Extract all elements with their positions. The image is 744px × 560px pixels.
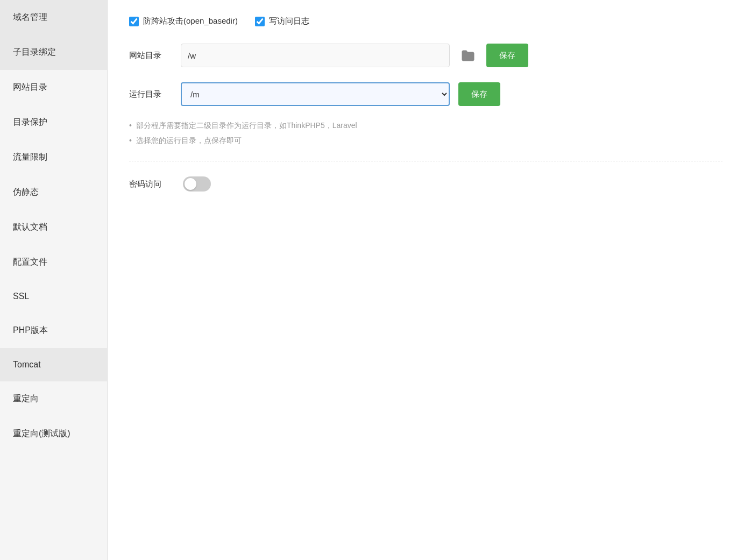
sidebar-item-label: 默认文档 (13, 222, 47, 233)
sidebar-item-sitedir[interactable]: 网站目录 (0, 70, 107, 105)
sidebar-item-domain[interactable]: 域名管理 (0, 0, 107, 35)
tip-bullet-2: • (129, 136, 132, 145)
toggle-slider (183, 176, 211, 192)
sidebar-item-configfile[interactable]: 配置文件 (0, 245, 107, 280)
sidebar-item-redirect-test[interactable]: 重定向(测试版) (0, 416, 107, 451)
sidebar-item-label: Tomcat (13, 360, 41, 370)
anti-csrf-checkbox-label[interactable]: 防跨站攻击(open_basedir) (129, 16, 238, 26)
sidebar-item-label: 网站目录 (13, 82, 47, 93)
password-access-row: 密码访问 (129, 176, 722, 192)
sidebar-item-label: PHP版本 (13, 325, 48, 336)
checkbox-group: 防跨站攻击(open_basedir) 写访问日志 (129, 16, 722, 26)
tip-item-1: • 部分程序需要指定二级目录作为运行目录，如ThinkPHP5，Laravel (129, 121, 722, 131)
site-directory-label: 网站目录 (129, 51, 172, 61)
site-directory-save-button[interactable]: 保存 (486, 44, 528, 67)
tips-section: • 部分程序需要指定二级目录作为运行目录，如ThinkPHP5，Laravel … (129, 121, 722, 146)
sidebar-item-tomcat[interactable]: Tomcat (0, 348, 107, 381)
tip-text-1: 部分程序需要指定二级目录作为运行目录，如ThinkPHP5，Laravel (136, 121, 357, 131)
tip-bullet-1: • (129, 121, 132, 130)
sidebar-item-label: 重定向(测试版) (13, 428, 70, 440)
access-log-checkbox-label[interactable]: 写访问日志 (255, 16, 309, 26)
main-content: 防跨站攻击(open_basedir) 写访问日志 网站目录 保存 运行目录 /… (108, 0, 744, 560)
sidebar-item-label: SSL (13, 292, 29, 301)
sidebar-item-pseudostatic[interactable]: 伪静态 (0, 175, 107, 210)
anti-csrf-label: 防跨站攻击(open_basedir) (143, 16, 238, 26)
password-access-label: 密码访问 (129, 179, 172, 189)
tip-item-2: • 选择您的运行目录，点保存即可 (129, 136, 722, 146)
access-log-checkbox[interactable] (255, 17, 265, 26)
sidebar-item-label: 配置文件 (13, 257, 47, 268)
sidebar-item-traffic[interactable]: 流量限制 (0, 140, 107, 175)
sidebar-item-label: 域名管理 (13, 12, 47, 23)
sidebar-item-label: 目录保护 (13, 117, 47, 128)
sidebar-item-ssl[interactable]: SSL (0, 280, 107, 313)
sidebar-item-subdir[interactable]: 子目录绑定 (0, 35, 107, 70)
run-directory-select[interactable]: /m / /www (181, 82, 450, 106)
site-directory-row: 网站目录 保存 (129, 44, 722, 67)
sidebar-item-label: 流量限制 (13, 152, 47, 163)
access-log-label: 写访问日志 (269, 16, 309, 26)
site-directory-input[interactable] (181, 44, 450, 67)
sidebar-item-redirect[interactable]: 重定向 (0, 381, 107, 416)
sidebar-item-label: 重定向 (13, 393, 39, 405)
section-divider (129, 161, 722, 161)
sidebar-item-label: 伪静态 (13, 187, 39, 198)
sidebar: 域名管理 子目录绑定 网站目录 目录保护 流量限制 伪静态 默认文档 配置文件 … (0, 0, 108, 560)
run-directory-save-button[interactable]: 保存 (458, 82, 500, 106)
sidebar-item-defaultdoc[interactable]: 默认文档 (0, 210, 107, 245)
sidebar-item-phpversion[interactable]: PHP版本 (0, 313, 107, 348)
sidebar-item-label: 子目录绑定 (13, 47, 56, 58)
password-access-toggle[interactable] (183, 176, 211, 192)
sidebar-item-dirprotect[interactable]: 目录保护 (0, 105, 107, 140)
tip-text-2: 选择您的运行目录，点保存即可 (136, 136, 242, 146)
run-directory-row: 运行目录 /m / /www 保存 (129, 82, 722, 106)
folder-icon[interactable] (458, 46, 478, 65)
run-directory-label: 运行目录 (129, 89, 172, 100)
anti-csrf-checkbox[interactable] (129, 17, 139, 26)
